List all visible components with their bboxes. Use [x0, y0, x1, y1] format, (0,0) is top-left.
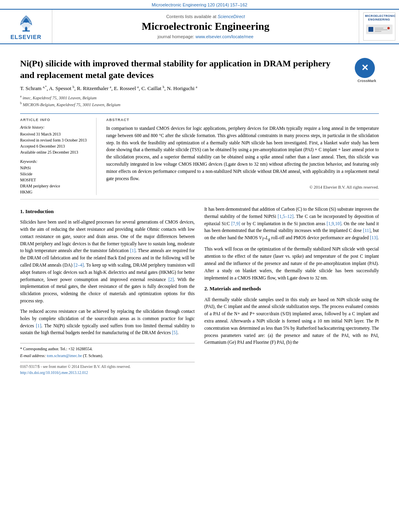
ref-2-4[interactable]: [2–4]	[74, 263, 84, 267]
footnote-email-line: E-mail address: tom.schram@imec.be (T. S…	[20, 353, 195, 359]
ref-1b[interactable]: [1]	[36, 323, 41, 328]
affiliations: a imec, Kapeldreef 75, 3001 Leuven, Belg…	[20, 94, 379, 108]
history-title: Article history:	[20, 125, 90, 129]
ref-2[interactable]: [2]	[169, 277, 174, 282]
logo-title-line1: MICROELECTRONIC	[365, 14, 393, 18]
article-info-heading: ARTICLE INFO	[20, 118, 90, 122]
ref-7-9[interactable]: [7,9]	[231, 221, 240, 226]
crossmark-icon: ✕	[355, 58, 375, 78]
authors-line: T. Schram a,*, A. Spessot b, R. Ritzenth…	[20, 85, 379, 91]
history-received: Received 31 March 2013	[20, 131, 90, 137]
logo-graphic	[365, 21, 393, 37]
footnote-corresponding: * Corresponding author. Tel.: +32 162885…	[20, 346, 195, 352]
crossmark-label: CrossMark	[355, 79, 379, 84]
journal-homepage: journal homepage: www.elsevier.com/locat…	[158, 34, 253, 39]
logo-title-line2: ENGINEERING	[365, 18, 393, 21]
elsevier-tree-icon	[14, 13, 38, 33]
history-accepted: Accepted 6 December 2013	[20, 143, 90, 149]
affil-b: b MICRON-Belgium, Kapeldreef 75, 3001 Le…	[20, 101, 379, 108]
elsevier-logo-area: ELSEVIER	[0, 10, 52, 43]
elsevier-logo: ELSEVIER	[10, 13, 41, 40]
contents-text: Contents lists available at	[166, 14, 216, 19]
doi-link[interactable]: http://dx.doi.org/10.1016/j.mee.2013.12.…	[20, 370, 195, 376]
history-online: Available online 25 December 2013	[20, 149, 90, 155]
keywords-section: Keywords: NiPtSi Silicide MOSFET DRAM pe…	[20, 159, 90, 195]
svg-rect-3	[22, 31, 29, 32]
keyword-dram: DRAM periphery device	[20, 183, 90, 189]
journal-header: ELSEVIER Contents lists available at Sci…	[0, 9, 399, 44]
authors-text: T. Schram a,*, A. Spessot b, R. Ritzenth…	[20, 85, 197, 91]
copyright-text: 0167-9317/$ - see front matter © 2014 El…	[20, 364, 195, 370]
ref-1-5-12[interactable]: [1,5–12]	[278, 214, 293, 219]
abstract-copyright: © 2014 Elsevier B.V. All rights reserved…	[106, 185, 379, 189]
body-col-right: It has been demonstrated that addition o…	[204, 206, 379, 376]
journal-logo-box: MICROELECTRONIC ENGINEERING	[363, 12, 395, 40]
footnote-email-label: E-mail address:	[20, 353, 46, 358]
copyright-bar: 0167-9317/$ - see front matter © 2014 El…	[20, 362, 195, 376]
main-content: Ni(Pt) silicide with improved thermal st…	[0, 44, 399, 384]
keyword-silicide: Silicide	[20, 171, 90, 177]
intro-para-2: The reduced access resistance can be ach…	[20, 308, 195, 337]
intro-para-3: It has been demonstrated that addition o…	[204, 206, 379, 242]
body-two-col: 1. Introduction Silicides have been used…	[20, 206, 379, 376]
footnote-email-link[interactable]: tom.schram@imec.be	[47, 353, 82, 358]
body-col-left: 1. Introduction Silicides have been used…	[20, 206, 195, 376]
intro-para-4: This work will focus on the optimization…	[204, 246, 379, 281]
elsevier-text: ELSEVIER	[10, 34, 41, 40]
journal-link[interactable]: Microelectronic Engineering 120 (2014) 1…	[0, 0, 399, 9]
article-history: Article history: Received 31 March 2013 …	[20, 125, 90, 155]
crossmark[interactable]: ✕ CrossMark	[355, 58, 379, 84]
article-title: Ni(Pt) silicide with improved thermal st…	[20, 58, 331, 80]
journal-link-text: Microelectronic Engineering 120 (2014) 1…	[152, 2, 247, 7]
journal-logo-area: MICROELECTRONIC ENGINEERING	[359, 10, 399, 43]
footnotes: * Corresponding author. Tel.: +32 162885…	[20, 343, 195, 359]
svg-point-9	[387, 27, 390, 29]
page: Microelectronic Engineering 120 (2014) 1…	[0, 0, 399, 532]
sciencedirect-link[interactable]: ScienceDirect	[218, 14, 245, 19]
section1-title: 1. Introduction	[20, 207, 195, 216]
article-info-abstract: ARTICLE INFO Article history: Received 3…	[20, 113, 379, 199]
abstract-heading: ABSTRACT	[106, 118, 379, 122]
article-title-area: Ni(Pt) silicide with improved thermal st…	[20, 58, 379, 81]
journal-name-header: Microelectronic Engineering	[142, 21, 269, 33]
footnote-email-suffix: (T. Schram).	[83, 353, 103, 358]
abstract-text: In comparison to standard CMOS devices f…	[106, 125, 379, 183]
section2-para: All thermally stable silicide samples us…	[204, 296, 379, 347]
abstract-col: ABSTRACT In comparison to standard CMOS …	[106, 118, 379, 195]
keyword-niPtSi: NiPtSi	[20, 165, 90, 171]
keywords-title: Keywords:	[20, 159, 90, 164]
journal-header-center: Contents lists available at ScienceDirec…	[52, 10, 359, 43]
history-revised: Received in revised form 3 October 2013	[20, 137, 90, 143]
svg-rect-5	[368, 27, 373, 32]
keyword-mosfet: MOSFET	[20, 177, 90, 183]
section2-title: 2. Materials and methods	[204, 285, 379, 293]
homepage-url[interactable]: www.elsevier.com/locate/mee	[195, 34, 253, 39]
contents-line: Contents lists available at ScienceDirec…	[166, 14, 245, 19]
ref-11[interactable]: [11]	[363, 228, 371, 233]
ref-1-9-10[interactable]: [1,9,10]	[327, 221, 341, 226]
homepage-label: journal homepage:	[158, 34, 194, 39]
ref-5[interactable]: [5]	[172, 330, 177, 335]
keyword-hkmg: HKMG	[20, 189, 90, 195]
ref-1a[interactable]: [1]	[130, 248, 135, 253]
affil-a: a imec, Kapeldreef 75, 3001 Leuven, Belg…	[20, 94, 379, 101]
ref-13[interactable]: [13]	[370, 235, 378, 240]
intro-para-1: Silicides have been used in self-aligned…	[20, 219, 195, 305]
article-info: ARTICLE INFO Article history: Received 3…	[20, 118, 97, 195]
